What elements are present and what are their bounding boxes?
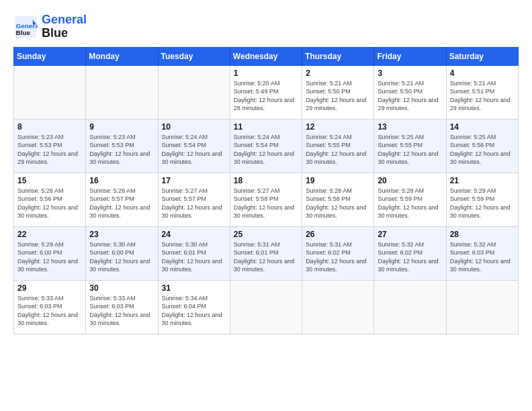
day-number: 27 bbox=[378, 230, 442, 239]
day-info: Sunrise: 5:27 AM Sunset: 5:57 PM Dayligh… bbox=[162, 187, 226, 220]
day-info: Sunrise: 5:31 AM Sunset: 6:02 PM Dayligh… bbox=[306, 240, 370, 274]
calendar-body: 1 Sunrise: 5:20 AM Sunset: 5:49 PM Dayli… bbox=[14, 65, 519, 334]
page-header: General Blue GeneralBlue bbox=[13, 13, 519, 40]
calendar-cell bbox=[14, 65, 86, 119]
calendar-cell: 15 Sunrise: 5:26 AM Sunset: 5:56 PM Dayl… bbox=[14, 173, 86, 226]
day-info: Sunrise: 5:21 AM Sunset: 5:51 PM Dayligh… bbox=[450, 79, 515, 113]
calendar-cell: 12 Sunrise: 5:24 AM Sunset: 5:55 PM Dayl… bbox=[302, 119, 374, 173]
day-number: 1 bbox=[234, 68, 298, 78]
day-number: 22 bbox=[17, 230, 82, 239]
logo-text: GeneralBlue bbox=[42, 13, 87, 40]
day-number: 15 bbox=[17, 176, 82, 185]
day-number: 14 bbox=[450, 122, 515, 132]
calendar-cell: 17 Sunrise: 5:27 AM Sunset: 5:57 PM Dayl… bbox=[158, 173, 230, 226]
day-number: 10 bbox=[162, 122, 226, 132]
logo-icon: General Blue bbox=[13, 15, 38, 39]
header-saturday: Saturday bbox=[446, 47, 518, 65]
day-number: 30 bbox=[89, 283, 154, 293]
day-info: Sunrise: 5:30 AM Sunset: 6:00 PM Dayligh… bbox=[89, 240, 154, 274]
day-info: Sunrise: 5:20 AM Sunset: 5:49 PM Dayligh… bbox=[234, 79, 298, 113]
header-wednesday: Wednesday bbox=[230, 47, 302, 65]
calendar-cell: 26 Sunrise: 5:31 AM Sunset: 6:02 PM Dayl… bbox=[302, 226, 374, 280]
day-info: Sunrise: 5:25 AM Sunset: 5:56 PM Dayligh… bbox=[450, 133, 515, 167]
day-number: 19 bbox=[306, 176, 370, 185]
calendar-cell: 11 Sunrise: 5:24 AM Sunset: 5:54 PM Dayl… bbox=[230, 119, 302, 173]
calendar-cell: 30 Sunrise: 5:33 AM Sunset: 6:03 PM Dayl… bbox=[86, 280, 158, 334]
calendar-cell: 9 Sunrise: 5:23 AM Sunset: 5:53 PM Dayli… bbox=[86, 119, 158, 173]
day-info: Sunrise: 5:31 AM Sunset: 6:01 PM Dayligh… bbox=[234, 240, 298, 274]
day-number: 12 bbox=[306, 122, 370, 132]
calendar-cell bbox=[446, 280, 518, 334]
day-number: 9 bbox=[89, 122, 154, 132]
day-info: Sunrise: 5:33 AM Sunset: 6:03 PM Dayligh… bbox=[17, 294, 82, 328]
day-number: 4 bbox=[450, 68, 515, 78]
calendar-cell bbox=[230, 280, 302, 334]
day-info: Sunrise: 5:28 AM Sunset: 5:58 PM Dayligh… bbox=[306, 187, 370, 220]
calendar-table: SundayMondayTuesdayWednesdayThursdayFrid… bbox=[13, 47, 519, 334]
calendar-cell: 13 Sunrise: 5:25 AM Sunset: 5:55 PM Dayl… bbox=[374, 119, 446, 173]
calendar-cell: 27 Sunrise: 5:32 AM Sunset: 6:02 PM Dayl… bbox=[374, 226, 446, 280]
calendar-cell: 8 Sunrise: 5:23 AM Sunset: 5:53 PM Dayli… bbox=[14, 119, 86, 173]
day-info: Sunrise: 5:30 AM Sunset: 6:01 PM Dayligh… bbox=[162, 240, 226, 274]
calendar-cell: 29 Sunrise: 5:33 AM Sunset: 6:03 PM Dayl… bbox=[14, 280, 86, 334]
calendar-week-row: 8 Sunrise: 5:23 AM Sunset: 5:53 PM Dayli… bbox=[14, 119, 519, 173]
calendar-cell: 24 Sunrise: 5:30 AM Sunset: 6:01 PM Dayl… bbox=[158, 226, 230, 280]
day-number: 13 bbox=[378, 122, 442, 132]
day-number: 26 bbox=[306, 230, 370, 239]
calendar-header-row: SundayMondayTuesdayWednesdayThursdayFrid… bbox=[14, 47, 519, 65]
calendar-cell: 28 Sunrise: 5:32 AM Sunset: 6:03 PM Dayl… bbox=[446, 226, 518, 280]
calendar-cell bbox=[86, 65, 158, 119]
calendar-cell: 23 Sunrise: 5:30 AM Sunset: 6:00 PM Dayl… bbox=[86, 226, 158, 280]
day-number: 29 bbox=[17, 283, 82, 293]
day-number: 11 bbox=[234, 122, 298, 132]
day-number: 25 bbox=[234, 230, 298, 239]
day-number: 23 bbox=[89, 230, 154, 239]
day-info: Sunrise: 5:32 AM Sunset: 6:02 PM Dayligh… bbox=[378, 240, 442, 274]
calendar-cell: 20 Sunrise: 5:28 AM Sunset: 5:59 PM Dayl… bbox=[374, 173, 446, 226]
day-info: Sunrise: 5:26 AM Sunset: 5:57 PM Dayligh… bbox=[89, 187, 154, 220]
day-info: Sunrise: 5:29 AM Sunset: 5:59 PM Dayligh… bbox=[450, 187, 515, 220]
calendar-cell: 4 Sunrise: 5:21 AM Sunset: 5:51 PM Dayli… bbox=[446, 65, 518, 119]
header-tuesday: Tuesday bbox=[158, 47, 230, 65]
calendar-cell: 31 Sunrise: 5:34 AM Sunset: 6:04 PM Dayl… bbox=[158, 280, 230, 334]
calendar-cell: 14 Sunrise: 5:25 AM Sunset: 5:56 PM Dayl… bbox=[446, 119, 518, 173]
day-number: 8 bbox=[17, 122, 82, 132]
logo: General Blue GeneralBlue bbox=[13, 13, 87, 40]
day-number: 31 bbox=[162, 283, 226, 293]
header-friday: Friday bbox=[374, 47, 446, 65]
day-info: Sunrise: 5:24 AM Sunset: 5:54 PM Dayligh… bbox=[162, 133, 226, 167]
calendar-cell: 10 Sunrise: 5:24 AM Sunset: 5:54 PM Dayl… bbox=[158, 119, 230, 173]
day-info: Sunrise: 5:27 AM Sunset: 5:58 PM Dayligh… bbox=[234, 187, 298, 220]
day-info: Sunrise: 5:25 AM Sunset: 5:55 PM Dayligh… bbox=[378, 133, 442, 167]
calendar-cell: 25 Sunrise: 5:31 AM Sunset: 6:01 PM Dayl… bbox=[230, 226, 302, 280]
calendar-cell: 3 Sunrise: 5:21 AM Sunset: 5:50 PM Dayli… bbox=[374, 65, 446, 119]
day-info: Sunrise: 5:34 AM Sunset: 6:04 PM Dayligh… bbox=[162, 294, 226, 328]
day-info: Sunrise: 5:26 AM Sunset: 5:56 PM Dayligh… bbox=[17, 187, 82, 220]
day-info: Sunrise: 5:32 AM Sunset: 6:03 PM Dayligh… bbox=[450, 240, 515, 274]
header-sunday: Sunday bbox=[14, 47, 86, 65]
calendar-week-row: 29 Sunrise: 5:33 AM Sunset: 6:03 PM Dayl… bbox=[14, 280, 519, 334]
day-info: Sunrise: 5:24 AM Sunset: 5:55 PM Dayligh… bbox=[306, 133, 370, 167]
day-number: 24 bbox=[162, 230, 226, 239]
day-info: Sunrise: 5:28 AM Sunset: 5:59 PM Dayligh… bbox=[378, 187, 442, 220]
calendar-week-row: 15 Sunrise: 5:26 AM Sunset: 5:56 PM Dayl… bbox=[14, 173, 519, 226]
day-number: 18 bbox=[234, 176, 298, 185]
calendar-cell bbox=[302, 280, 374, 334]
day-info: Sunrise: 5:33 AM Sunset: 6:03 PM Dayligh… bbox=[89, 294, 154, 328]
header-thursday: Thursday bbox=[302, 47, 374, 65]
header-monday: Monday bbox=[86, 47, 158, 65]
day-number: 28 bbox=[450, 230, 515, 239]
day-info: Sunrise: 5:23 AM Sunset: 5:53 PM Dayligh… bbox=[89, 133, 154, 167]
calendar-cell bbox=[374, 280, 446, 334]
day-info: Sunrise: 5:21 AM Sunset: 5:50 PM Dayligh… bbox=[306, 79, 370, 113]
calendar-cell bbox=[158, 65, 230, 119]
calendar-cell: 2 Sunrise: 5:21 AM Sunset: 5:50 PM Dayli… bbox=[302, 65, 374, 119]
day-info: Sunrise: 5:29 AM Sunset: 6:00 PM Dayligh… bbox=[17, 240, 82, 274]
calendar-cell: 1 Sunrise: 5:20 AM Sunset: 5:49 PM Dayli… bbox=[230, 65, 302, 119]
day-info: Sunrise: 5:23 AM Sunset: 5:53 PM Dayligh… bbox=[17, 133, 82, 167]
calendar-cell: 18 Sunrise: 5:27 AM Sunset: 5:58 PM Dayl… bbox=[230, 173, 302, 226]
calendar-cell: 22 Sunrise: 5:29 AM Sunset: 6:00 PM Dayl… bbox=[14, 226, 86, 280]
day-number: 17 bbox=[162, 176, 226, 185]
calendar-week-row: 1 Sunrise: 5:20 AM Sunset: 5:49 PM Dayli… bbox=[14, 65, 519, 119]
day-number: 21 bbox=[450, 176, 515, 185]
